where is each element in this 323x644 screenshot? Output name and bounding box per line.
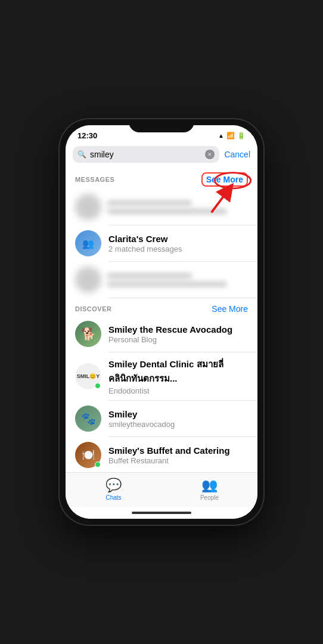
- buffet-avatar-wrap: 🍽️: [75, 442, 101, 468]
- search-bar-area: 🔍 smiley ✕ Cancel: [66, 143, 257, 166]
- status-time: 12:30: [77, 131, 97, 140]
- smiley-item-text: Smiley smileytheavocadog: [108, 409, 248, 429]
- smiley-icon: 🐾: [81, 411, 96, 426]
- search-clear-button[interactable]: ✕: [205, 150, 215, 159]
- clarita-sub: 2 matched messages: [108, 244, 248, 253]
- blur-line: [107, 200, 192, 206]
- rescue-avatar-wrap: 🐕: [75, 321, 101, 347]
- online-dot: [95, 383, 101, 389]
- buffet-name: Smiley's Buffet and Catering: [108, 445, 248, 456]
- wifi-icon: 📶: [226, 132, 235, 140]
- messages-section-title: MESSAGES: [75, 176, 114, 183]
- search-query: smiley: [90, 150, 201, 159]
- smiley-sub: smileytheavocadog: [108, 420, 248, 429]
- messages-section-header: MESSAGES See More: [66, 166, 257, 189]
- blur-line: [107, 273, 192, 278]
- dental-name: Smiley Dental Clinic สมายลี่ คลินิกทันตก…: [108, 357, 248, 386]
- discover-item-0[interactable]: 🐕 Smiley the Rescue Avocadog Personal Bl…: [66, 316, 257, 352]
- status-icons: ▲ 📶 🔋: [218, 132, 246, 140]
- blurred-avatar-1: [75, 194, 101, 220]
- clarita-crew-item[interactable]: 👥 Clarita's Crew 2 matched messages: [66, 225, 257, 261]
- crew-icon: 👥: [82, 238, 94, 249]
- cancel-button[interactable]: Cancel: [224, 150, 250, 159]
- blurred-message-row-1[interactable]: [66, 189, 257, 225]
- chats-tab-label: Chats: [105, 494, 121, 501]
- search-icon: 🔍: [77, 150, 86, 159]
- blurred-text-2: [107, 273, 248, 287]
- rescue-name: Smiley the Rescue Avocadog: [108, 324, 248, 335]
- notch: [129, 119, 194, 132]
- blur-line: [107, 281, 227, 287]
- dental-avatar-wrap: SMIL😊Y: [75, 363, 101, 389]
- search-input-wrap[interactable]: 🔍 smiley ✕: [73, 146, 219, 163]
- buffet-icon: 🍽️: [82, 448, 95, 462]
- phone-frame: 12:30 ▲ 📶 🔋 🔍 smiley ✕ Cancel MESSAGES S…: [60, 119, 263, 525]
- discover-see-more-button[interactable]: See More: [212, 304, 248, 314]
- blurred-message-row-2[interactable]: [66, 262, 257, 298]
- scroll-content: MESSAGES See More 👥: [66, 166, 257, 472]
- smiley-name: Smiley: [108, 409, 248, 419]
- buffet-sub: Buffet Restaurant: [108, 456, 248, 465]
- people-tab-icon: 👥: [201, 478, 218, 493]
- blur-line: [107, 209, 227, 214]
- people-tab-label: People: [200, 494, 219, 501]
- dental-sub: Endodontist: [108, 386, 248, 395]
- blurred-text-1: [107, 200, 248, 214]
- phone-screen: 12:30 ▲ 📶 🔋 🔍 smiley ✕ Cancel MESSAGES S…: [66, 125, 257, 519]
- discover-section-title: DISCOVER: [75, 305, 111, 312]
- rescue-avatar: 🐕: [75, 321, 101, 347]
- clarita-item-text: Clarita's Crew 2 matched messages: [108, 234, 248, 253]
- smiley-avatar: 🐾: [75, 405, 101, 432]
- messages-see-more-button[interactable]: See More: [201, 172, 248, 187]
- rescue-sub: Personal Blog: [108, 335, 248, 344]
- tab-bar: 💬 Chats 👥 People: [66, 472, 257, 507]
- blurred-avatar-2: [75, 267, 101, 293]
- clarita-avatar-wrap: 👥: [75, 230, 101, 256]
- tab-chats[interactable]: 💬 Chats: [66, 473, 162, 507]
- clarita-name: Clarita's Crew: [108, 234, 248, 244]
- discover-item-2[interactable]: 🐾 Smiley smileytheavocadog: [66, 401, 257, 436]
- discover-item-1[interactable]: SMIL😊Y Smiley Dental Clinic สมายลี่ คลิน…: [66, 352, 257, 400]
- rescue-icon: 🐕: [81, 327, 96, 341]
- home-bar: [132, 512, 191, 514]
- home-indicator: [66, 507, 257, 519]
- discover-item-3[interactable]: 🍽️ Smiley's Buffet and Catering Buffet R…: [66, 437, 257, 472]
- tab-people[interactable]: 👥 People: [162, 473, 257, 507]
- signal-icon: ▲: [218, 132, 224, 139]
- smiley-avatar-wrap: 🐾: [75, 405, 101, 432]
- rescue-item-text: Smiley the Rescue Avocadog Personal Blog: [108, 324, 248, 344]
- clarita-avatar: 👥: [75, 230, 101, 256]
- discover-section-header: DISCOVER See More: [66, 298, 257, 316]
- dental-text: SMIL😊Y: [77, 373, 100, 379]
- buffet-item-text: Smiley's Buffet and Catering Buffet Rest…: [108, 445, 248, 465]
- battery-icon: 🔋: [237, 132, 246, 140]
- chats-tab-icon: 💬: [105, 478, 122, 493]
- online-dot-buffet: [95, 462, 101, 467]
- dental-item-text: Smiley Dental Clinic สมายลี่ คลินิกทันตก…: [108, 357, 248, 395]
